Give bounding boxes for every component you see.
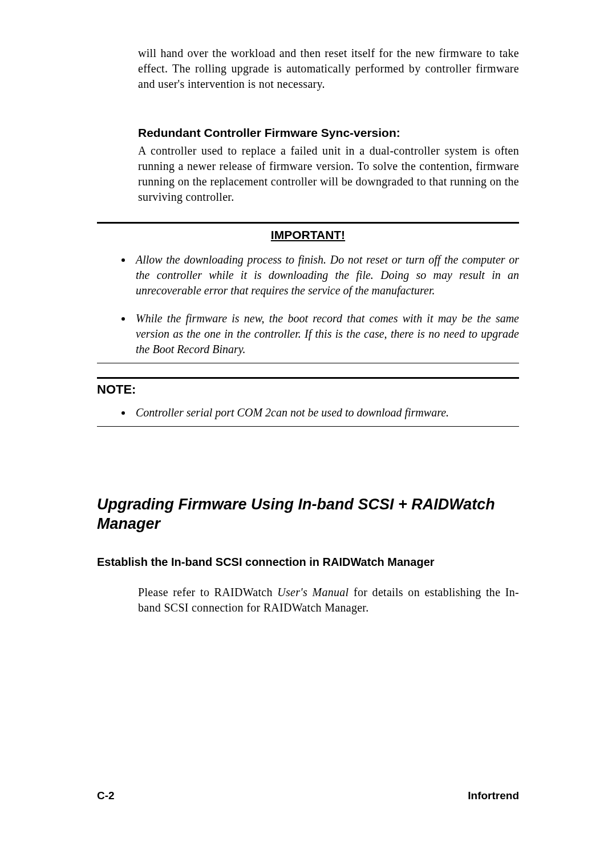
- main-section-title: Upgrading Firmware Using In-band SCSI + …: [97, 495, 519, 534]
- footer-left: C-2: [97, 790, 115, 802]
- important-list: Allow the downloading process to finish.…: [97, 252, 519, 357]
- redundant-heading: Redundant Controller Firmware Sync-versi…: [138, 126, 519, 140]
- rule-bottom: [97, 426, 519, 427]
- rule-top: [97, 222, 519, 224]
- rule-top: [97, 377, 519, 379]
- important-item: Allow the downloading process to finish.…: [132, 252, 519, 298]
- note-item: Controller serial port COM 2can not be u…: [132, 405, 519, 420]
- important-box: IMPORTANT! Allow the downloading process…: [97, 222, 519, 363]
- note-list: Controller serial port COM 2can not be u…: [97, 405, 519, 420]
- footer: C-2 Infortrend: [97, 790, 519, 802]
- main-section-body: Please refer to RAIDWatch User's Manual …: [138, 585, 519, 616]
- important-item: While the firmware is new, the boot reco…: [132, 311, 519, 357]
- note-title: NOTE:: [97, 382, 519, 397]
- rule-bottom: [97, 363, 519, 363]
- redundant-body: A controller used to replace a failed un…: [138, 143, 519, 205]
- sub-section-title: Establish the In-band SCSI connection in…: [97, 556, 519, 569]
- important-title: IMPORTANT!: [97, 228, 519, 242]
- body-italic: User's Manual: [277, 586, 348, 598]
- note-box: NOTE: Controller serial port COM 2can no…: [97, 377, 519, 427]
- body-pre: Please refer to RAIDWatch: [138, 586, 277, 598]
- intro-paragraph: will hand over the workload and then res…: [138, 46, 519, 92]
- page: will hand over the workload and then res…: [0, 0, 616, 842]
- footer-right: Infortrend: [468, 790, 519, 802]
